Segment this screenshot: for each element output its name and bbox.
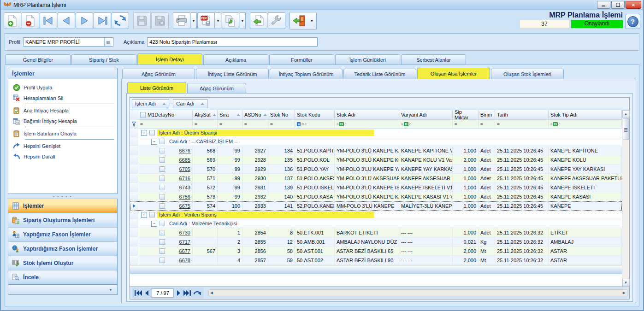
select-all-checkbox[interactable]	[140, 112, 146, 117]
row-checkbox[interactable]	[149, 212, 155, 217]
export-pdf-button[interactable]: PDF	[197, 12, 215, 29]
row-checkbox[interactable]	[160, 239, 165, 245]
row-checkbox[interactable]	[160, 148, 165, 153]
row-checkbox[interactable]	[160, 176, 165, 181]
collapse-group-button[interactable]: −	[141, 212, 147, 218]
detail-link[interactable]: 6678	[179, 258, 190, 263]
tab-6[interactable]: İşlem Günlükleri	[335, 54, 400, 65]
vertical-scrollbar[interactable]: ▲ ▬▬▬ ▼	[622, 110, 629, 286]
row-checkbox[interactable]	[160, 139, 165, 144]
detail-link[interactable]: 6677	[179, 248, 190, 254]
pager-refresh-button[interactable]	[194, 290, 201, 296]
detail-link[interactable]: 6685	[179, 157, 190, 163]
view-tab-3[interactable]: İhtiyaç Toplam Görünüm	[270, 69, 343, 79]
print-dropdown[interactable]: ▼	[191, 12, 197, 29]
action-item[interactable]: Profil Uygula	[11, 82, 115, 93]
tab-5[interactable]: Formüller	[269, 54, 334, 65]
pager-next-button[interactable]	[177, 290, 181, 296]
action-item[interactable]: Ana İhtiyaç Hesapla	[11, 105, 115, 116]
subview-tab-1[interactable]: Liste Görünüm	[127, 82, 186, 93]
last-record-button[interactable]	[94, 12, 111, 29]
pager-first-button[interactable]	[135, 290, 142, 296]
detail-link[interactable]: 6730	[179, 230, 190, 235]
detail-link[interactable]: 6717	[179, 239, 190, 245]
column-header[interactable]: Birim	[479, 110, 495, 120]
pager-page-indicator[interactable]: 7 / 97	[152, 288, 174, 298]
filter-cell[interactable]: =	[495, 120, 549, 129]
next-record-button[interactable]	[76, 12, 93, 29]
column-header[interactable]: Tarih	[495, 110, 549, 120]
filter-cell[interactable]: =	[218, 120, 242, 129]
row-checkbox[interactable]	[160, 230, 165, 235]
tab-4[interactable]: Açıklama	[203, 54, 268, 65]
pager-last-button[interactable]	[183, 290, 191, 296]
filter-cell[interactable]: =	[479, 120, 495, 129]
tab-7[interactable]: Serbest Alanlar	[401, 54, 466, 65]
prev-record-button[interactable]	[58, 12, 75, 29]
view-tab-1[interactable]: Ağaç Görünüm	[122, 69, 195, 79]
tab-2[interactable]: Sipariş / Stok	[71, 54, 136, 65]
filter-cell[interactable]: =	[242, 120, 268, 129]
row-checkbox[interactable]	[160, 166, 165, 172]
profile-input[interactable]: KANEPE MRP PROFİLİ	[23, 37, 113, 47]
table-row[interactable]: 671657199293013751.POLO.AKSESUAYM-POLO 3…	[130, 174, 622, 183]
collapse-group-button[interactable]: −	[141, 130, 147, 136]
action-item[interactable]: Hepsini Daralt	[11, 151, 115, 162]
accordion-item[interactable]: Yaptığımız Fason İşlemler	[8, 227, 117, 241]
row-checkbox[interactable]	[160, 194, 165, 200]
column-header[interactable]: Sıra	[218, 110, 242, 120]
row-checkbox[interactable]	[160, 248, 165, 254]
table-row[interactable]: 674357299293113951.POLO.İSKELETYM-POLO 3…	[130, 183, 622, 192]
table-row[interactable]: 6677567328565850.AST.001ASTAR BEZİ BASKI…	[130, 246, 622, 256]
action-item[interactable]: Hepsini Genişlet	[11, 141, 115, 151]
table-row[interactable]: 670557099292913651.POLO.YAYYM-POLO 3'LÜ …	[130, 164, 622, 174]
refresh-button[interactable]	[112, 12, 129, 29]
detail-link[interactable]: 6743	[179, 185, 190, 190]
settings-button[interactable]	[268, 12, 285, 29]
scroll-right-icon[interactable]: ▶	[623, 291, 626, 295]
action-item[interactable]: 01Bağımlı İhtiyaç Hesapla	[11, 116, 115, 126]
table-row[interactable]: 673012854850.ETK.001BARKOT ETIKETI--- --…	[130, 228, 622, 237]
tab-1[interactable]: Genel Bilgiler	[6, 54, 71, 65]
group-row[interactable]: −İşlem Adı : Üretim Siparişi	[130, 129, 622, 137]
filter-cell[interactable]: =	[453, 120, 479, 129]
minimize-button[interactable]	[597, 1, 610, 9]
detail-link[interactable]: 6756	[179, 194, 190, 200]
table-row[interactable]: 667656899292713451.POLO.KAPİTONYM-POLO 3…	[130, 146, 622, 155]
print-button[interactable]	[173, 12, 190, 29]
help-button[interactable]: ?	[625, 14, 640, 29]
scroll-left-icon[interactable]: ◀	[210, 291, 213, 295]
detail-link[interactable]: 6676	[179, 148, 190, 153]
close-button[interactable]: ✕	[626, 1, 641, 9]
row-checkbox[interactable]	[160, 185, 165, 190]
horizontal-scrollbar[interactable]: ◀ ▶	[208, 289, 627, 296]
accordion-item[interactable]: Stok İşlemi Oluştur	[8, 256, 117, 270]
scroll-up-icon[interactable]: ▲	[622, 110, 630, 117]
description-input[interactable]: 423 Nolu Siparişin Planlaması	[147, 37, 318, 47]
accordion-item[interactable]: İşlemler	[8, 199, 117, 213]
table-row[interactable]: 668556999292813551.POLO.KOLYM-POLO 3'LÜ …	[130, 155, 622, 164]
table-row[interactable]: 6717228551250.AMB.001AMBALAJ NAYLONU DÜZ…	[130, 237, 622, 246]
filter-cell[interactable]: a B c	[549, 120, 622, 129]
row-checkbox[interactable]	[160, 258, 165, 263]
detail-link[interactable]: 6705	[179, 166, 190, 172]
table-row[interactable]: 6678428575950.AST.002ASTAR BEZİ BASKILI …	[130, 256, 622, 265]
subview-tab-2[interactable]: Ağaç Görünüm	[187, 83, 246, 93]
filter-cell[interactable]: a B c	[335, 120, 399, 129]
action-item[interactable]: Hesaplamaları Sil	[11, 93, 115, 103]
view-tab-6[interactable]: Oluşan Stok İşlemleri	[491, 69, 564, 79]
column-header[interactable]: M1DetayNo	[138, 110, 193, 120]
new-record-button[interactable]	[4, 12, 21, 29]
copy-dropdown[interactable]: ▼	[240, 12, 246, 29]
filter-cell[interactable]: =	[268, 120, 295, 129]
subgroup-row[interactable]: −Cari Adı : -- CARİSİZ İŞLEM --	[130, 137, 622, 146]
save-cancel-button[interactable]	[151, 12, 169, 29]
group-row[interactable]: −İşlem Adı : Verilen Sipariş	[130, 211, 622, 219]
restore-button[interactable]	[611, 1, 625, 9]
exit-button[interactable]	[291, 12, 308, 29]
subgroup-row[interactable]: −Cari Adı : Malzeme Tedarikçisi	[130, 219, 622, 228]
row-checkbox[interactable]	[160, 203, 165, 209]
accordion-item[interactable]: Yaptırdığımız Fason İşlemler	[8, 241, 117, 256]
action-item[interactable]: İşlem Satırlarını Onayla	[11, 128, 115, 139]
table-row[interactable]: 675657399293214051.POLO.KASAYM-POLO 3'LÜ…	[130, 192, 622, 201]
